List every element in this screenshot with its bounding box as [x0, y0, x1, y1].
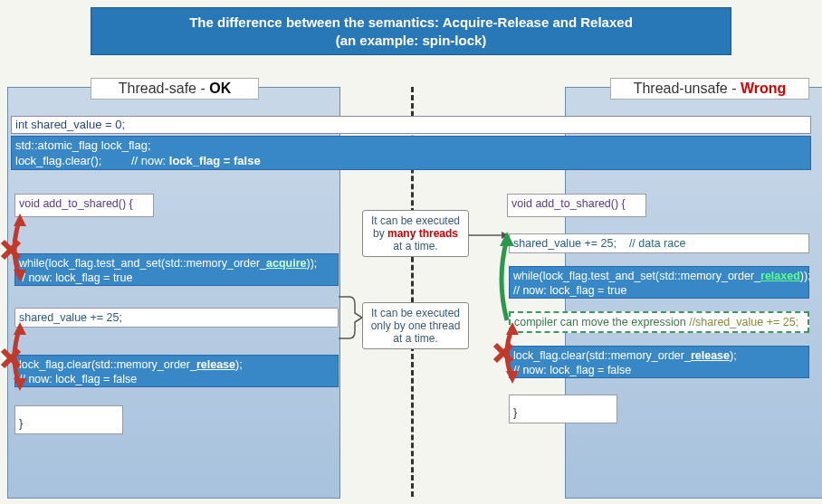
svg-marker-10 [506, 371, 519, 384]
right-race-comment: // data race [629, 237, 686, 250]
left-close: } [19, 417, 23, 430]
right-fn-sig: void add_to_shared() { [511, 197, 626, 210]
left-title-box: Thread-safe - OK [91, 78, 259, 100]
right-moved-box: compiler can move the expression //share… [509, 311, 809, 333]
svg-marker-5 [14, 378, 26, 391]
svg-marker-9 [506, 322, 519, 335]
right-close-box: } [509, 395, 617, 423]
flag-decl-line1: std::atomic_flag lock_flag; [15, 138, 807, 154]
svg-marker-4 [14, 322, 26, 335]
title-line2: (an example: spin-lock) [91, 32, 731, 50]
flag-clear-call: lock_flag.clear(); [15, 154, 101, 167]
left-while-kw: acquire [266, 257, 306, 270]
left-x-top [0, 239, 22, 261]
right-while-kw: relaxed [760, 270, 800, 282]
info-one-l3: at a time. [368, 332, 463, 345]
left-while-tail: )); [307, 257, 318, 270]
info-one-l1: It can be executed [368, 307, 463, 319]
shared-decl: int shared_value = 0; [15, 118, 125, 131]
right-clear-comment: // now: lock_flag = false [513, 364, 805, 378]
left-shared-inc: shared_value += 25; [19, 311, 122, 324]
right-clear-box: lock_flag.clear(std::memory_order_releas… [509, 346, 809, 378]
right-race-box: shared_value += 25; // data race [509, 233, 809, 253]
left-title-status: OK [209, 81, 231, 96]
flag-comment-val: lock_flag = false [169, 154, 261, 167]
info-many-l3: at a time. [368, 240, 463, 252]
info-many-box: It can be executed by many threads at a … [362, 210, 469, 257]
info-one-box: It can be executed only by one thread at… [362, 302, 469, 349]
left-clear-kw: release [196, 358, 235, 371]
left-shared-inc-box: shared_value += 25; [14, 308, 339, 328]
left-clear-tail: ); [235, 358, 243, 371]
right-moved-comment: //shared_value += 25; [689, 316, 798, 328]
right-clear-kw: release [691, 349, 730, 362]
left-fn-sig-box: void add_to_shared() { [14, 194, 154, 217]
right-close: } [513, 406, 517, 419]
right-arrow-green [494, 230, 518, 329]
left-fn-sig: void add_to_shared() { [19, 197, 133, 210]
right-while-line: while(lock_flag.test_and_set(std::memory… [513, 270, 805, 284]
right-title-box: Thread-unsafe - Wrong [610, 78, 809, 100]
svg-marker-0 [14, 214, 26, 226]
right-while-prefix: while(lock_flag.test_and_set(std::memory… [513, 270, 760, 282]
right-clear-tail: ); [730, 349, 737, 362]
right-x [492, 342, 514, 364]
right-moved-text: compiler can move the expression [514, 316, 689, 328]
right-fn-sig-box: void add_to_shared() { [507, 194, 646, 217]
left-close-box: } [14, 405, 123, 434]
right-race-line: shared_value += 25; [513, 237, 616, 250]
flag-decl-box: std::atomic_flag lock_flag; lock_flag.cl… [11, 136, 811, 170]
info-many-threads: many threads [387, 227, 458, 240]
info-one-l2: only by one thread [368, 319, 463, 332]
info-many-l1: It can be executed [368, 214, 463, 227]
right-clear-line: lock_flag.clear(std::memory_order_releas… [513, 349, 805, 364]
left-clear-box: lock_flag.clear(std::memory_order_releas… [14, 355, 339, 387]
left-while-comment: // now: lock_flag = true [19, 271, 334, 286]
flag-comment-prefix: // now: [131, 154, 169, 167]
shared-decl-box: int shared_value = 0; [11, 116, 811, 134]
left-x-bottom [0, 347, 22, 369]
bracket-left [337, 295, 364, 340]
title-banner: The difference between the semantics: Ac… [91, 7, 731, 55]
left-clear-prefix: lock_flag.clear(std::memory_order_ [19, 358, 196, 371]
left-while-box: while(lock_flag.test_and_set(std::memory… [14, 253, 339, 286]
right-clear-prefix: lock_flag.clear(std::memory_order_ [513, 349, 691, 362]
right-title-prefix: Thread-unsafe - [634, 81, 741, 96]
flag-decl-line2: lock_flag.clear(); // now: lock_flag = f… [15, 154, 807, 169]
left-while-line: while(lock_flag.test_and_set(std::memory… [19, 257, 334, 271]
info-many-by: by [373, 227, 387, 240]
right-while-box: while(lock_flag.test_and_set(std::memory… [509, 266, 809, 299]
right-while-comment: // now: lock_flag = true [513, 284, 805, 299]
left-clear-comment: // now: lock_flag = false [19, 373, 334, 387]
svg-marker-8 [500, 232, 514, 246]
left-while-prefix: while(lock_flag.test_and_set(std::memory… [19, 257, 266, 270]
svg-marker-1 [14, 270, 26, 282]
left-clear-line: lock_flag.clear(std::memory_order_releas… [19, 358, 334, 373]
title-line1: The difference between the semantics: Ac… [91, 14, 731, 32]
right-title-status: Wrong [741, 81, 786, 96]
right-while-tail: )); [800, 270, 811, 282]
info-many-l2: by many threads [368, 227, 463, 240]
left-title-prefix: Thread-safe - [119, 81, 209, 96]
